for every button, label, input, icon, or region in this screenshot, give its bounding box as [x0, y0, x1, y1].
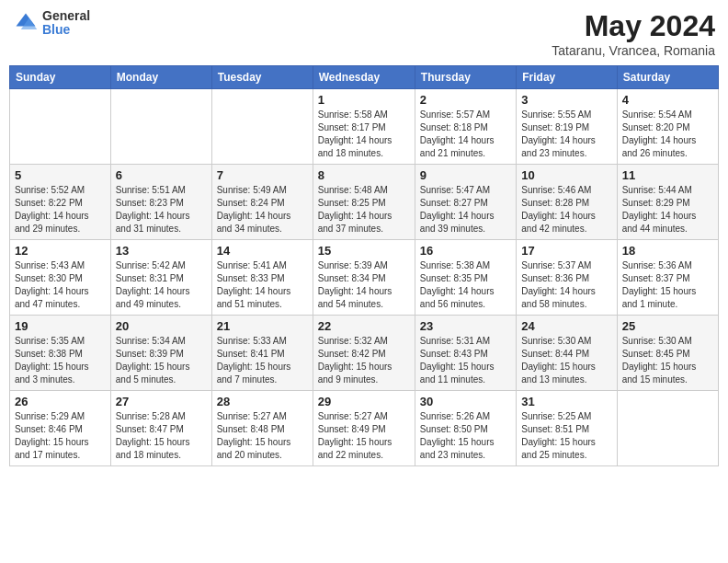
day-number: 7: [217, 168, 308, 182]
day-number: 9: [420, 168, 511, 182]
calendar-cell: 18Sunrise: 5:36 AMSunset: 8:37 PMDayligh…: [617, 240, 718, 316]
calendar-cell: 13Sunrise: 5:42 AMSunset: 8:31 PMDayligh…: [110, 240, 211, 316]
day-number: 27: [116, 395, 207, 408]
day-info: Sunrise: 5:57 AMSunset: 8:18 PMDaylight:…: [420, 109, 511, 160]
day-info: Sunrise: 5:34 AMSunset: 8:39 PMDaylight:…: [116, 335, 207, 386]
location: Tataranu, Vrancea, Romania: [552, 43, 715, 58]
day-info: Sunrise: 5:29 AMSunset: 8:46 PMDaylight:…: [15, 410, 106, 462]
calendar-cell: 2Sunrise: 5:57 AMSunset: 8:18 PMDaylight…: [415, 89, 516, 165]
calendar-cell: 11Sunrise: 5:44 AMSunset: 8:29 PMDayligh…: [617, 165, 718, 240]
day-number: 21: [217, 319, 308, 333]
logo-general: General: [42, 9, 90, 23]
calendar-cell: 4Sunrise: 5:54 AMSunset: 8:20 PMDaylight…: [617, 89, 718, 165]
calendar-cell: 29Sunrise: 5:27 AMSunset: 8:49 PMDayligh…: [313, 391, 415, 466]
day-number: 29: [318, 395, 410, 408]
day-number: 13: [116, 244, 207, 258]
calendar-cell: 12Sunrise: 5:43 AMSunset: 8:30 PMDayligh…: [10, 240, 111, 316]
day-number: 3: [521, 93, 611, 107]
day-number: 25: [622, 319, 713, 333]
day-info: Sunrise: 5:55 AMSunset: 8:19 PMDaylight:…: [521, 109, 611, 160]
title-section: May 2024 Tataranu, Vrancea, Romania: [552, 9, 715, 58]
day-info: Sunrise: 5:35 AMSunset: 8:38 PMDaylight:…: [15, 335, 106, 386]
calendar-cell: 1Sunrise: 5:58 AMSunset: 8:17 PMDaylight…: [313, 89, 415, 165]
month-title: May 2024: [552, 9, 715, 43]
calendar-cell: 15Sunrise: 5:39 AMSunset: 8:34 PMDayligh…: [313, 240, 415, 316]
day-info: Sunrise: 5:33 AMSunset: 8:41 PMDaylight:…: [217, 335, 308, 386]
day-info: Sunrise: 5:51 AMSunset: 8:23 PMDaylight:…: [116, 184, 207, 236]
day-info: Sunrise: 5:30 AMSunset: 8:45 PMDaylight:…: [622, 335, 713, 386]
calendar-cell: 9Sunrise: 5:47 AMSunset: 8:27 PMDaylight…: [415, 165, 516, 240]
page-header: General Blue May 2024 Tataranu, Vrancea,…: [9, 9, 719, 58]
calendar-cell: 17Sunrise: 5:37 AMSunset: 8:36 PMDayligh…: [517, 240, 617, 316]
weekday-header-friday: Friday: [517, 66, 617, 89]
day-info: Sunrise: 5:47 AMSunset: 8:27 PMDaylight:…: [420, 184, 511, 236]
calendar-cell: 22Sunrise: 5:32 AMSunset: 8:42 PMDayligh…: [313, 316, 415, 391]
day-info: Sunrise: 5:28 AMSunset: 8:47 PMDaylight:…: [116, 410, 207, 462]
calendar-week-2: 5Sunrise: 5:52 AMSunset: 8:22 PMDaylight…: [10, 165, 719, 240]
day-number: 2: [420, 93, 511, 107]
calendar-cell: 6Sunrise: 5:51 AMSunset: 8:23 PMDaylight…: [110, 165, 211, 240]
calendar-week-5: 26Sunrise: 5:29 AMSunset: 8:46 PMDayligh…: [10, 391, 719, 466]
calendar-cell: 24Sunrise: 5:30 AMSunset: 8:44 PMDayligh…: [517, 316, 617, 391]
calendar-week-4: 19Sunrise: 5:35 AMSunset: 8:38 PMDayligh…: [10, 316, 719, 391]
day-info: Sunrise: 5:38 AMSunset: 8:35 PMDaylight:…: [420, 259, 511, 311]
day-number: 30: [420, 395, 511, 408]
day-info: Sunrise: 5:27 AMSunset: 8:49 PMDaylight:…: [318, 410, 410, 462]
day-info: Sunrise: 5:48 AMSunset: 8:25 PMDaylight:…: [318, 184, 410, 236]
day-number: 16: [420, 244, 511, 258]
calendar-cell: 30Sunrise: 5:26 AMSunset: 8:50 PMDayligh…: [415, 391, 516, 466]
weekday-header-monday: Monday: [110, 66, 211, 89]
day-number: 31: [521, 395, 611, 408]
day-number: 26: [15, 395, 106, 408]
day-info: Sunrise: 5:26 AMSunset: 8:50 PMDaylight:…: [420, 410, 511, 462]
day-info: Sunrise: 5:52 AMSunset: 8:22 PMDaylight:…: [15, 184, 106, 236]
day-info: Sunrise: 5:58 AMSunset: 8:17 PMDaylight:…: [318, 109, 410, 160]
day-number: 1: [318, 93, 410, 107]
calendar-cell: 27Sunrise: 5:28 AMSunset: 8:47 PMDayligh…: [110, 391, 211, 466]
calendar-cell: 16Sunrise: 5:38 AMSunset: 8:35 PMDayligh…: [415, 240, 516, 316]
calendar-cell: 10Sunrise: 5:46 AMSunset: 8:28 PMDayligh…: [517, 165, 617, 240]
calendar-week-1: 1Sunrise: 5:58 AMSunset: 8:17 PMDaylight…: [10, 89, 719, 165]
calendar-cell: 31Sunrise: 5:25 AMSunset: 8:51 PMDayligh…: [517, 391, 617, 466]
day-info: Sunrise: 5:54 AMSunset: 8:20 PMDaylight:…: [622, 109, 713, 160]
day-number: 23: [420, 319, 511, 333]
calendar-cell: [10, 89, 111, 165]
weekday-header-tuesday: Tuesday: [211, 66, 313, 89]
logo-text: General Blue: [42, 9, 90, 38]
logo-blue: Blue: [42, 23, 90, 37]
day-info: Sunrise: 5:49 AMSunset: 8:24 PMDaylight:…: [217, 184, 308, 236]
calendar-cell: 28Sunrise: 5:27 AMSunset: 8:48 PMDayligh…: [211, 391, 313, 466]
day-number: 24: [521, 319, 611, 333]
weekday-header-sunday: Sunday: [10, 66, 111, 89]
calendar-week-3: 12Sunrise: 5:43 AMSunset: 8:30 PMDayligh…: [10, 240, 719, 316]
day-number: 17: [521, 244, 611, 258]
calendar-cell: 5Sunrise: 5:52 AMSunset: 8:22 PMDaylight…: [10, 165, 111, 240]
day-info: Sunrise: 5:39 AMSunset: 8:34 PMDaylight:…: [318, 259, 410, 311]
day-info: Sunrise: 5:37 AMSunset: 8:36 PMDaylight:…: [521, 259, 611, 311]
day-number: 5: [15, 168, 106, 182]
calendar-cell: 7Sunrise: 5:49 AMSunset: 8:24 PMDaylight…: [211, 165, 313, 240]
day-number: 14: [217, 244, 308, 258]
day-info: Sunrise: 5:46 AMSunset: 8:28 PMDaylight:…: [521, 184, 611, 236]
day-number: 11: [622, 168, 713, 182]
calendar-cell: 26Sunrise: 5:29 AMSunset: 8:46 PMDayligh…: [10, 391, 111, 466]
day-number: 8: [318, 168, 410, 182]
day-info: Sunrise: 5:41 AMSunset: 8:33 PMDaylight:…: [217, 259, 308, 311]
day-info: Sunrise: 5:32 AMSunset: 8:42 PMDaylight:…: [318, 335, 410, 386]
calendar-cell: [211, 89, 313, 165]
weekday-header-row: SundayMondayTuesdayWednesdayThursdayFrid…: [10, 66, 719, 89]
logo-icon: [13, 10, 39, 36]
day-info: Sunrise: 5:30 AMSunset: 8:44 PMDaylight:…: [521, 335, 611, 386]
calendar-cell: 23Sunrise: 5:31 AMSunset: 8:43 PMDayligh…: [415, 316, 516, 391]
day-info: Sunrise: 5:25 AMSunset: 8:51 PMDaylight:…: [521, 410, 611, 462]
calendar-cell: 20Sunrise: 5:34 AMSunset: 8:39 PMDayligh…: [110, 316, 211, 391]
weekday-header-saturday: Saturday: [617, 66, 718, 89]
day-number: 12: [15, 244, 106, 258]
calendar-cell: 14Sunrise: 5:41 AMSunset: 8:33 PMDayligh…: [211, 240, 313, 316]
calendar-cell: 19Sunrise: 5:35 AMSunset: 8:38 PMDayligh…: [10, 316, 111, 391]
calendar-table: SundayMondayTuesdayWednesdayThursdayFrid…: [9, 65, 719, 466]
day-info: Sunrise: 5:31 AMSunset: 8:43 PMDaylight:…: [420, 335, 511, 386]
calendar-cell: [617, 391, 718, 466]
day-number: 10: [521, 168, 611, 182]
day-number: 18: [622, 244, 713, 258]
